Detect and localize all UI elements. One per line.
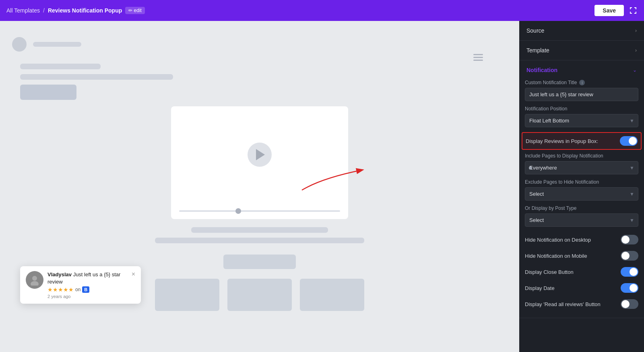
canvas-area: Vladyslav Just left us a {5} star review… [0, 21, 519, 352]
exclude-pages-label: Exclude Pages to Hide Notification [525, 179, 638, 185]
skeleton-block [20, 85, 76, 100]
header: All Templates / Reviews Notification Pop… [0, 0, 644, 21]
toggle-thumb [629, 137, 637, 145]
display-reviews-toggle[interactable] [620, 136, 638, 146]
display-reviews-label: Display Reviews in Popup Box: [526, 138, 598, 144]
toggle-thumb [621, 252, 630, 260]
notification-position-label: Notification Position [525, 106, 638, 112]
post-type-select[interactable]: Select [525, 213, 638, 227]
toggle-thumb [630, 284, 638, 292]
display-date-toggle[interactable] [621, 283, 638, 293]
toggle-thumb [621, 236, 630, 244]
display-read-label: Display 'Read all reviews' Button [525, 301, 601, 307]
edit-badge[interactable]: ✏ edit [125, 7, 145, 14]
toggle-track[interactable] [621, 235, 638, 244]
fullscreen-icon [629, 6, 638, 15]
template-header[interactable]: Template › [519, 41, 644, 60]
template-label: Template [526, 47, 549, 54]
save-button[interactable]: Save [594, 5, 624, 16]
hide-desktop-label: Hide Notification on Desktop [525, 237, 591, 243]
play-arrow-icon [256, 149, 265, 160]
page-name: Reviews Notification Popup [48, 7, 122, 14]
display-date-toggle-row: Display Date [525, 280, 638, 296]
on-text: on [75, 287, 80, 292]
skeleton-avatar [12, 37, 27, 52]
notification-position-select[interactable]: Float Left Bottom [525, 114, 638, 127]
toggle-thumb [621, 300, 630, 308]
notification-content: Custom Notification Title i Notification… [519, 80, 644, 318]
exclude-pages-select[interactable]: Select [525, 187, 638, 201]
post-type-select-wrapper: Select ▼ [525, 213, 638, 227]
all-templates-link[interactable]: All Templates [6, 7, 40, 14]
template-section: Template › [519, 41, 644, 60]
toggle-track[interactable] [620, 136, 638, 146]
svg-point-0 [32, 276, 37, 281]
chevron-right-icon: › [635, 48, 637, 53]
notif-time: 2 years ago [47, 294, 128, 299]
user-silhouette-icon [29, 274, 40, 286]
main-layout: Vladyslav Just left us a {5} star review… [0, 21, 644, 352]
skeleton-card [227, 279, 292, 311]
header-breadcrumb: All Templates / Reviews Notification Pop… [6, 7, 145, 14]
source-section: Source › [519, 21, 644, 41]
display-close-label: Display Close Button [525, 269, 574, 275]
hide-desktop-toggle-row: Hide Notification on Desktop [525, 232, 638, 248]
chevron-down-icon: ⌄ [633, 67, 637, 73]
post-type-label: Or Display by Post Type [525, 205, 638, 211]
skeleton-card [223, 255, 296, 269]
play-button-skeleton [248, 143, 272, 167]
skeleton-line-1 [33, 42, 81, 47]
skeleton-menu-icon [473, 54, 483, 61]
notification-label: Notification [526, 67, 557, 73]
display-close-toggle-row: Display Close Button [525, 264, 638, 280]
display-reviews-toggle-row: Display Reviews in Popup Box: [522, 132, 642, 150]
skeleton-card [155, 279, 219, 311]
content-blocks-left [12, 64, 507, 100]
source-header[interactable]: Source › [519, 21, 644, 40]
info-icon: i [579, 80, 585, 85]
toggle-track[interactable] [621, 283, 638, 293]
skeleton-card [300, 279, 364, 311]
hide-mobile-toggle[interactable] [621, 251, 638, 261]
stars-icon: ★★★★★ [47, 286, 74, 293]
fullscreen-button[interactable] [629, 6, 638, 15]
skeleton-topbar [12, 37, 507, 52]
hide-desktop-toggle[interactable] [621, 235, 638, 244]
display-read-toggle[interactable] [621, 299, 638, 309]
notification-popup: Vladyslav Just left us a {5} star review… [20, 266, 141, 304]
display-date-label: Display Date [525, 285, 555, 291]
content-below-video [12, 227, 507, 243]
video-skeleton [171, 106, 348, 219]
svg-point-1 [31, 281, 39, 286]
notification-header[interactable]: Notification ⌄ [519, 60, 644, 80]
include-pages-select[interactable]: Everywhere [525, 161, 638, 174]
display-read-toggle-row: Display 'Read all reviews' Button [525, 296, 638, 312]
notif-user-name: Vladyslav [47, 271, 72, 277]
custom-title-input[interactable] [525, 88, 638, 101]
notification-section: Notification ⌄ Custom Notification Title… [519, 60, 644, 318]
display-close-toggle[interactable] [621, 267, 638, 277]
notif-title: Vladyslav Just left us a {5} star review [47, 271, 128, 286]
page-content: Vladyslav Just left us a {5} star review… [12, 37, 507, 336]
custom-title-label: Custom Notification Title i [525, 80, 638, 85]
skeleton-block [20, 64, 101, 69]
notif-badge: B [82, 286, 89, 293]
notif-close-button[interactable]: × [132, 271, 135, 277]
header-actions: Save [594, 5, 638, 16]
video-progress-dot [235, 208, 241, 214]
notif-stars: ★★★★★ on B [47, 286, 128, 293]
skeleton-block [191, 227, 328, 233]
chevron-right-icon: › [635, 28, 637, 33]
notif-content: Vladyslav Just left us a {5} star review… [47, 271, 128, 299]
hide-mobile-toggle-row: Hide Notification on Mobile [525, 248, 638, 264]
toggle-track[interactable] [621, 251, 638, 261]
source-label: Source [526, 27, 544, 34]
right-panel: Source › Template › Notification ⌄ Custo… [519, 21, 644, 352]
include-pages-label: Include Pages to Display Notification [525, 153, 638, 159]
video-progress-bar [179, 210, 340, 212]
toggle-track[interactable] [621, 299, 638, 309]
toggle-track[interactable] [621, 267, 638, 277]
notif-avatar [26, 271, 43, 289]
breadcrumb-separator: / [43, 7, 45, 14]
skeleton-block [20, 74, 173, 80]
